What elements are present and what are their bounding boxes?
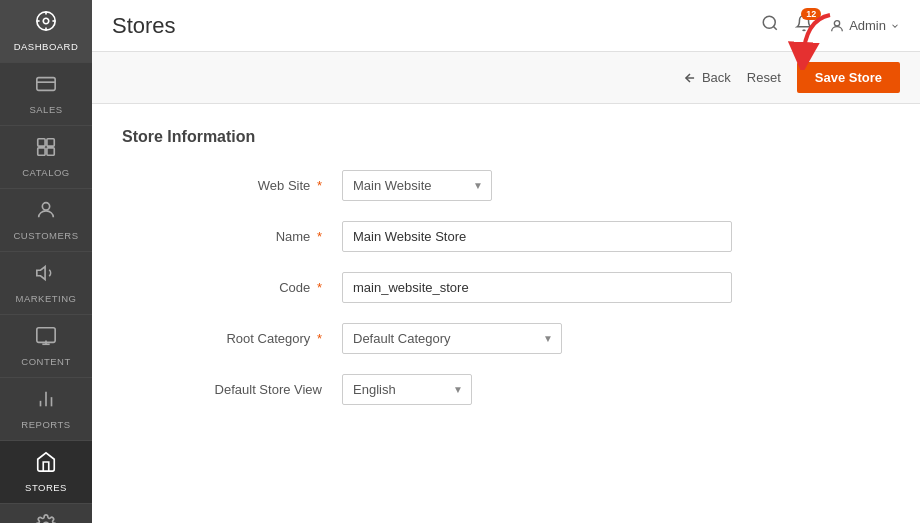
code-input[interactable] bbox=[342, 272, 732, 303]
website-select-arrow-icon: ▼ bbox=[465, 180, 491, 191]
code-row: Code * bbox=[122, 272, 890, 303]
section-title: Store Information bbox=[122, 128, 890, 146]
sidebar-item-label-customers: CUSTOMERS bbox=[13, 230, 78, 241]
svg-rect-6 bbox=[37, 78, 55, 91]
sidebar-item-label-sales: SALES bbox=[29, 104, 62, 115]
page-title: Stores bbox=[112, 13, 176, 39]
sidebar-item-system[interactable]: SYSTEM bbox=[0, 504, 92, 523]
sidebar-item-stores[interactable]: STORES bbox=[0, 441, 92, 504]
code-label: Code * bbox=[122, 280, 342, 295]
sidebar-item-label-content: CONTENT bbox=[21, 356, 70, 367]
root-category-arrow-icon: ▼ bbox=[535, 333, 561, 344]
default-store-view-select[interactable]: English bbox=[343, 375, 445, 404]
website-row: Web Site * Main Website ▼ bbox=[122, 170, 890, 201]
stores-icon bbox=[35, 451, 57, 478]
sidebar-item-customers[interactable]: CUSTOMERS bbox=[0, 189, 92, 252]
svg-rect-8 bbox=[38, 139, 45, 146]
back-button[interactable]: Back bbox=[683, 70, 731, 85]
default-store-view-arrow-icon: ▼ bbox=[445, 384, 471, 395]
system-icon bbox=[35, 514, 57, 523]
code-required: * bbox=[317, 280, 322, 295]
sidebar-item-content[interactable]: CONTENT bbox=[0, 315, 92, 378]
root-category-row: Root Category * Default Category ▼ bbox=[122, 323, 890, 354]
svg-point-1 bbox=[43, 18, 49, 24]
catalog-icon bbox=[35, 136, 57, 163]
svg-rect-9 bbox=[47, 139, 54, 146]
customers-icon bbox=[35, 199, 57, 226]
sales-icon bbox=[35, 73, 57, 100]
default-store-view-label: Default Store View bbox=[122, 382, 342, 397]
sidebar-item-dashboard[interactable]: DASHBOARD bbox=[0, 0, 92, 63]
sidebar-item-marketing[interactable]: MARKETING bbox=[0, 252, 92, 315]
name-label: Name * bbox=[122, 229, 342, 244]
svg-rect-14 bbox=[37, 328, 55, 343]
svg-rect-11 bbox=[47, 148, 54, 155]
search-icon-button[interactable] bbox=[761, 14, 779, 37]
reports-icon bbox=[35, 388, 57, 415]
content-icon bbox=[35, 325, 57, 352]
root-category-required: * bbox=[317, 331, 322, 346]
sidebar-item-label-reports: REPORTS bbox=[21, 419, 70, 430]
svg-rect-10 bbox=[38, 148, 45, 155]
name-required: * bbox=[317, 229, 322, 244]
main-content: Stores 12 Admin bbox=[92, 0, 920, 523]
svg-point-21 bbox=[763, 16, 775, 28]
default-store-view-row: Default Store View English ▼ bbox=[122, 374, 890, 405]
back-label: Back bbox=[702, 70, 731, 85]
reset-button[interactable]: Reset bbox=[747, 70, 781, 85]
root-category-label: Root Category * bbox=[122, 331, 342, 346]
name-row: Name * bbox=[122, 221, 890, 252]
website-select-wrapper: Main Website ▼ bbox=[342, 170, 492, 201]
default-store-view-select-wrapper: English ▼ bbox=[342, 374, 472, 405]
svg-line-22 bbox=[774, 26, 777, 29]
sidebar-item-label-dashboard: DASHBOARD bbox=[14, 41, 79, 52]
root-category-select[interactable]: Default Category bbox=[343, 324, 535, 353]
code-field bbox=[342, 272, 732, 303]
default-store-view-field: English ▼ bbox=[342, 374, 732, 405]
save-arrow-annotation: Save Store bbox=[797, 62, 900, 93]
svg-marker-13 bbox=[37, 267, 45, 280]
website-required: * bbox=[317, 178, 322, 193]
name-field bbox=[342, 221, 732, 252]
dashboard-icon bbox=[35, 10, 57, 37]
root-category-select-wrapper: Default Category ▼ bbox=[342, 323, 562, 354]
arrow-annotation-svg bbox=[785, 10, 845, 70]
reset-label: Reset bbox=[747, 70, 781, 85]
sidebar: DASHBOARD SALES CATALOG CUSTOMERS bbox=[0, 0, 92, 523]
sidebar-item-label-marketing: MARKETING bbox=[16, 293, 77, 304]
website-select[interactable]: Main Website bbox=[343, 171, 465, 200]
name-input[interactable] bbox=[342, 221, 732, 252]
sidebar-item-label-stores: STORES bbox=[25, 482, 67, 493]
sidebar-item-reports[interactable]: REPORTS bbox=[0, 378, 92, 441]
admin-name: Admin bbox=[849, 18, 886, 33]
root-category-field: Default Category ▼ bbox=[342, 323, 732, 354]
sidebar-item-sales[interactable]: SALES bbox=[0, 63, 92, 126]
svg-point-12 bbox=[42, 203, 49, 210]
sidebar-item-label-catalog: CATALOG bbox=[22, 167, 70, 178]
save-label: Save Store bbox=[815, 70, 882, 85]
toolbar: Back Reset Save Store bbox=[92, 52, 920, 104]
marketing-icon bbox=[35, 262, 57, 289]
website-field: Main Website ▼ bbox=[342, 170, 732, 201]
sidebar-item-catalog[interactable]: CATALOG bbox=[0, 126, 92, 189]
form-content: Store Information Web Site * Main Websit… bbox=[92, 104, 920, 523]
website-label: Web Site * bbox=[122, 178, 342, 193]
